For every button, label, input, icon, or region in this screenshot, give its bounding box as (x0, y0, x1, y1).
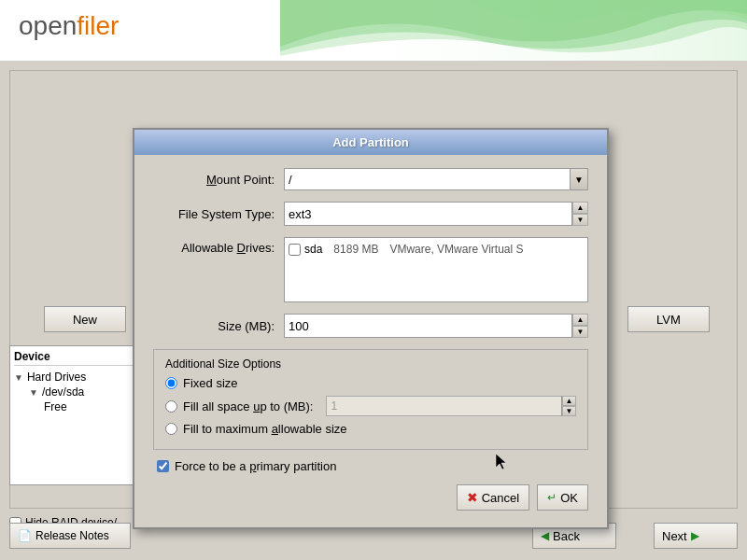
next-arrow-icon: ▶ (691, 529, 699, 542)
size-input-wrapper: ▲ ▼ (284, 314, 588, 338)
size-spin-down[interactable]: ▼ (572, 326, 588, 338)
mount-point-underline: M (206, 173, 217, 187)
force-primary-checkbox[interactable] (157, 460, 169, 472)
fixed-size-label: Fixed size (183, 376, 238, 390)
force-primary-row: Force to be a primary partition (153, 459, 588, 473)
hard-drives-label: Hard Drives (27, 371, 86, 384)
sda-triangle: ▼ (29, 387, 38, 398)
dev-sda-label: /dev/sda (42, 385, 84, 399)
fill-space-input-wrapper: ▲ ▼ (326, 396, 576, 416)
filesystem-type-label: File System Type: (153, 207, 284, 221)
back-label: Back (553, 529, 580, 543)
drive-sda-model: VMware, VMware Virtual S (389, 243, 523, 256)
free-label: Free (44, 400, 67, 413)
ok-icon: ↵ (547, 491, 557, 504)
fixed-size-row: Fixed size (165, 376, 576, 390)
up-underline: u (253, 399, 260, 413)
logo: openfiler (19, 11, 119, 41)
collapse-triangle: ▼ (14, 372, 23, 383)
allowable-underline: a (272, 422, 278, 436)
fill-space-row: Fill all space up to (MB): ▲ ▼ (165, 396, 576, 416)
dialog-buttons: ✖ Cancel ↵ OK (153, 484, 588, 514)
allowable-drives-label-text: Allowable Drives: (181, 241, 275, 255)
mount-point-row: Mount Point: / /boot /home /var swap ▼ (153, 168, 588, 190)
filesystem-spin-down[interactable]: ▼ (572, 214, 588, 226)
fill-space-label: Fill all space up to (MB): (183, 399, 313, 413)
primary-underline: p (249, 459, 256, 473)
drive-sda-checkbox[interactable] (289, 244, 301, 256)
fill-space-radio[interactable] (165, 400, 177, 413)
logo-filer: filer (77, 11, 119, 40)
size-spin-up[interactable]: ▲ (572, 314, 588, 326)
dialog-content: Mount Point: / /boot /home /var swap ▼ F (134, 155, 607, 527)
allowable-drives-box: sda 8189 MB VMware, VMware Virtual S (284, 237, 588, 302)
size-row: Size (MB): ▲ ▼ (153, 314, 588, 338)
main-area: New LVM Device ▼ Hard Drives ▼ /dev/sda … (0, 61, 747, 560)
size-label-text: Size (MB): (218, 319, 275, 333)
filesystem-label-text: File System Type: (178, 207, 275, 221)
ok-button[interactable]: ↵ OK (537, 484, 588, 511)
filesystem-spin-arrows: ▲ ▼ (571, 202, 588, 226)
fixed-size-radio[interactable] (165, 377, 177, 389)
cancel-label: Cancel (482, 491, 519, 505)
header: openfiler (0, 0, 747, 61)
mount-point-select-wrapper: / /boot /home /var swap ▼ (284, 168, 588, 190)
fill-space-input[interactable] (326, 396, 576, 416)
fill-space-spin: ▲ ▼ (561, 396, 576, 416)
additional-size-options: Additional Size Options Fixed size Fill … (153, 349, 588, 450)
force-primary-label: Force to be a primary partition (175, 459, 336, 473)
next-button[interactable]: Next ▶ (654, 523, 738, 549)
size-input[interactable] (284, 314, 588, 338)
filesystem-select-wrapper: ext3 ext4 xfs swap ▲ ▼ (284, 202, 588, 226)
mount-point-select[interactable]: / /boot /home /var swap (284, 168, 588, 190)
header-decoration (280, 0, 747, 61)
drives-underline: D (237, 241, 246, 255)
allowable-drives-row: Allowable Drives: sda 8189 MB VMware, VM… (153, 237, 588, 302)
release-notes-icon: 📄 (18, 529, 32, 542)
mount-point-label-text: ount Point: (217, 173, 275, 187)
allowable-drives-label: Allowable Drives: (153, 237, 284, 255)
filesystem-spin-up[interactable]: ▲ (572, 202, 588, 214)
dialog-title: Add Partition (134, 130, 607, 155)
drive-sda-size: 8189 MB (333, 243, 378, 256)
new-button[interactable]: New (44, 306, 126, 332)
lvm-button[interactable]: LVM (627, 306, 710, 332)
size-label: Size (MB): (153, 319, 284, 333)
cancel-button[interactable]: ✖ Cancel (457, 484, 529, 511)
release-notes-button[interactable]: 📄 Release Notes (9, 523, 131, 549)
ok-label: OK (560, 491, 578, 505)
size-options-title: Additional Size Options (165, 357, 576, 371)
fill-space-spin-down[interactable]: ▼ (562, 406, 576, 416)
size-spin-arrows: ▲ ▼ (571, 314, 588, 338)
drive-sda-name: sda (304, 243, 322, 256)
fill-space-spin-up[interactable]: ▲ (562, 396, 576, 406)
fill-max-row: Fill to maximum allowable size (165, 422, 576, 436)
fill-max-label: Fill to maximum allowable size (183, 422, 347, 436)
add-partition-dialog: Add Partition Mount Point: / /boot /home… (133, 128, 609, 529)
mount-point-label: Mount Point: (153, 173, 284, 187)
fill-max-radio[interactable] (165, 423, 177, 435)
filesystem-type-select[interactable]: ext3 ext4 xfs swap (284, 202, 588, 226)
drive-sda-row: sda 8189 MB VMware, VMware Virtual S (289, 242, 584, 257)
logo-open: open (19, 11, 77, 40)
cancel-icon: ✖ (467, 490, 478, 505)
filesystem-type-row: File System Type: ext3 ext4 xfs swap ▲ ▼ (153, 202, 588, 226)
back-arrow-icon: ◀ (541, 529, 549, 542)
release-notes-label: Release Notes (35, 529, 109, 542)
next-label: Next (662, 529, 687, 543)
